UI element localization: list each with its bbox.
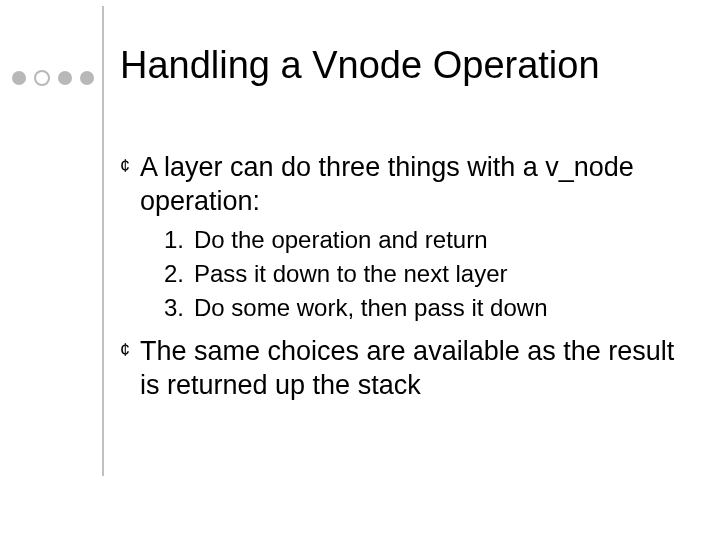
bullet-text: A layer can do three things with a v_nod…: [140, 150, 680, 218]
list-item: 2. Pass it down to the next layer: [164, 258, 680, 290]
list-item: 3. Do some work, then pass it down: [164, 292, 680, 324]
bullet-icon: [120, 334, 140, 366]
dot-hollow-icon: [34, 70, 50, 86]
slide: Handling a Vnode Operation A layer can d…: [0, 0, 720, 540]
bullet-icon: [120, 150, 140, 182]
list-number: 2.: [164, 258, 194, 290]
decorative-dots: [12, 70, 94, 86]
slide-body: A layer can do three things with a v_nod…: [120, 150, 680, 408]
vertical-divider: [102, 6, 104, 476]
list-number: 1.: [164, 224, 194, 256]
dot-icon: [58, 71, 72, 85]
list-text: Do the operation and return: [194, 224, 488, 256]
list-number: 3.: [164, 292, 194, 324]
list-text: Do some work, then pass it down: [194, 292, 548, 324]
list-text: Pass it down to the next layer: [194, 258, 508, 290]
bullet-item: The same choices are available as the re…: [120, 334, 680, 402]
bullet-item: A layer can do three things with a v_nod…: [120, 150, 680, 218]
numbered-list: 1. Do the operation and return 2. Pass i…: [164, 224, 680, 324]
list-item: 1. Do the operation and return: [164, 224, 680, 256]
dot-icon: [80, 71, 94, 85]
slide-title: Handling a Vnode Operation: [120, 44, 600, 87]
dot-icon: [12, 71, 26, 85]
bullet-text: The same choices are available as the re…: [140, 334, 680, 402]
